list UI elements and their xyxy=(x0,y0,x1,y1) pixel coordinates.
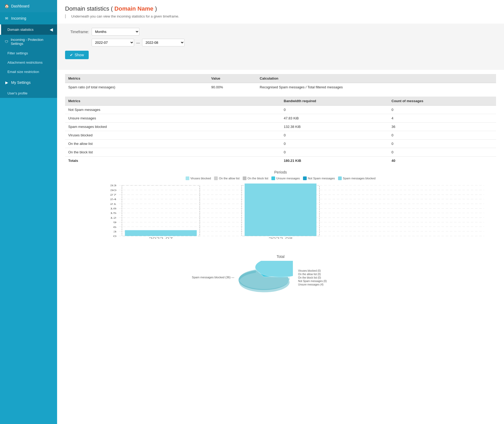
svg-rect-24 xyxy=(122,185,200,236)
table1-header-value: Value xyxy=(208,74,257,83)
count-cell: 36 xyxy=(388,123,496,131)
legend-item: Viruses blocked xyxy=(186,176,211,180)
metrics-table-2: Metrics Bandwidth required Count of mess… xyxy=(65,97,496,165)
sidebar-item-users-profile[interactable]: User's profile xyxy=(0,89,57,98)
svg-text:12: 12 xyxy=(110,216,117,219)
svg-text:9: 9 xyxy=(113,221,117,224)
pie-chart-title: Total xyxy=(277,254,285,259)
email-size-restriction-label: Email size restriction xyxy=(7,70,39,74)
timeframe-select[interactable]: MonthsDaysHours xyxy=(92,28,139,36)
sidebar: 🏠 Dashboard ✉ Incoming Domain statistics… xyxy=(0,0,57,424)
svg-rect-28 xyxy=(245,184,317,236)
show-label: Show xyxy=(75,53,84,57)
pie-chart-svg xyxy=(234,261,293,293)
bar-chart-svg: 333027242118151296302022-072022-08 xyxy=(77,183,496,239)
svg-text:2022-07: 2022-07 xyxy=(149,237,173,239)
metrics-table-1: Metrics Value Calculation Spam ratio (of… xyxy=(65,74,496,91)
bar-chart-legend: Viruses blockedOn the allow listOn the b… xyxy=(65,176,496,180)
row1-metrics: Spam ratio (of total messages) xyxy=(65,83,208,92)
legend-item: On the block list xyxy=(243,176,268,180)
row1-value: 90.00% xyxy=(208,83,257,92)
sidebar-incoming-label: Incoming xyxy=(11,16,26,20)
table1-header-calculation: Calculation xyxy=(257,74,496,83)
metrics-cell: Viruses blocked xyxy=(65,131,281,140)
pie-chart-section: Total Spam messages blocked (36) — xyxy=(65,254,496,293)
svg-text:6: 6 xyxy=(113,226,117,228)
table-row: Viruses blocked00 xyxy=(65,131,496,140)
bandwidth-cell: 0 xyxy=(281,140,388,148)
svg-text:15: 15 xyxy=(110,212,117,215)
metrics-cell: Not Spam messages xyxy=(65,106,281,114)
legend-item: Unsure messages xyxy=(271,176,300,180)
date-from-select[interactable]: 2022-072022-062022-05 xyxy=(92,39,134,46)
table-row: On the block list00 xyxy=(65,148,496,157)
users-profile-label: User's profile xyxy=(7,91,27,95)
bandwidth-cell: 132.38 KiB xyxy=(281,123,388,131)
shield-icon: 🛡 xyxy=(4,39,8,44)
metrics-cell: Unsure messages xyxy=(65,114,281,123)
bar-chart-title: Periods xyxy=(65,170,496,174)
date-to-select[interactable]: 2022-082022-072022-06 xyxy=(142,39,185,46)
svg-text:21: 21 xyxy=(110,202,117,205)
sidebar-item-incoming[interactable]: ✉ Incoming xyxy=(0,12,57,24)
pie-legend-item: On the allow list (0) xyxy=(298,273,327,276)
subtitle: Underneath you can view the incoming sta… xyxy=(65,14,496,18)
sidebar-item-incoming-protection[interactable]: 🛡 Incoming - Protection Settings xyxy=(0,35,57,49)
bandwidth-cell: 0 xyxy=(281,131,388,140)
metrics-cell: Spam messages blocked xyxy=(65,123,281,131)
active-indicator: ◀ xyxy=(50,27,53,32)
filter-settings-label: Filter settings xyxy=(7,51,28,55)
bandwidth-cell: 47.83 KiB xyxy=(281,114,388,123)
count-cell: 0 xyxy=(388,148,496,157)
svg-text:3: 3 xyxy=(113,230,117,233)
date-range-row: 2022-072022-062022-05 — 2022-082022-0720… xyxy=(92,39,496,46)
legend-item: Spam messages blocked xyxy=(338,176,375,180)
pie-chart-legend: Viruses blocked (0)On the allow list (0)… xyxy=(298,269,327,286)
svg-text:0: 0 xyxy=(113,235,117,237)
svg-text:24: 24 xyxy=(110,198,117,201)
attachment-restrictions-label: Attachment restrictions xyxy=(7,60,42,64)
legend-item: On the allow list xyxy=(214,176,240,180)
svg-text:18: 18 xyxy=(110,207,117,210)
svg-text:33: 33 xyxy=(110,184,117,187)
row1-calculation: Recognised Spam messages / Total filtere… xyxy=(257,83,496,92)
sidebar-dashboard-label: Dashboard xyxy=(11,4,29,8)
count-cell: 0 xyxy=(388,140,496,148)
metrics-cell: On the allow list xyxy=(65,140,281,148)
sidebar-item-email-size-restriction[interactable]: Email size restriction xyxy=(0,67,57,76)
sidebar-item-filter-settings[interactable]: Filter settings xyxy=(0,49,57,58)
svg-rect-25 xyxy=(125,230,197,236)
table1-header-metrics: Metrics xyxy=(65,74,208,83)
sidebar-item-attachment-restrictions[interactable]: Attachment restrictions xyxy=(0,58,57,67)
table-row: Spam ratio (of total messages) 90.00% Re… xyxy=(65,83,496,92)
timeframe-row: Timeframe: MonthsDaysHours xyxy=(65,28,496,36)
show-icon: ✔ xyxy=(70,53,73,57)
show-button[interactable]: ✔ Show xyxy=(65,51,89,59)
pie-legend-item: Viruses blocked (0) xyxy=(298,269,327,272)
table-row: Spam messages blocked132.38 KiB36 xyxy=(65,123,496,131)
bandwidth-cell: 0 xyxy=(281,148,388,157)
metrics-cell: On the block list xyxy=(65,148,281,157)
table-row: Unsure messages47.83 KiB4 xyxy=(65,114,496,123)
pie-legend-item: Unsure messages (4) xyxy=(298,283,327,286)
pie-label-spam: Spam messages blocked (36) — xyxy=(192,276,234,279)
sidebar-item-domain-statistics[interactable]: Domain statistics ◀ xyxy=(0,24,57,35)
table-row: On the allow list00 xyxy=(65,140,496,148)
legend-item: Not Spam messages xyxy=(303,176,335,180)
main-content-area: Domain statistics ( Domain Name ) Undern… xyxy=(57,0,504,424)
count-cell: 0 xyxy=(388,131,496,140)
bar-chart-section: Periods Viruses blockedOn the allow list… xyxy=(65,170,496,246)
my-settings-label: My Settings xyxy=(11,80,31,85)
svg-text:27: 27 xyxy=(110,193,117,196)
bandwidth-cell: 0 xyxy=(281,106,388,114)
arrow-right-icon: ▶ xyxy=(4,80,9,85)
domain-name: Domain Name xyxy=(114,5,153,12)
timeframe-label: Timeframe: xyxy=(65,30,89,34)
count-cell: 0 xyxy=(388,106,496,114)
count-cell: 4 xyxy=(388,114,496,123)
home-icon: 🏠 xyxy=(4,4,9,8)
sidebar-item-my-settings[interactable]: ▶ My Settings xyxy=(0,76,57,89)
table2-header-bandwidth: Bandwidth required xyxy=(281,97,388,106)
domain-statistics-label: Domain statistics xyxy=(7,28,33,32)
sidebar-item-dashboard[interactable]: 🏠 Dashboard xyxy=(0,0,57,12)
